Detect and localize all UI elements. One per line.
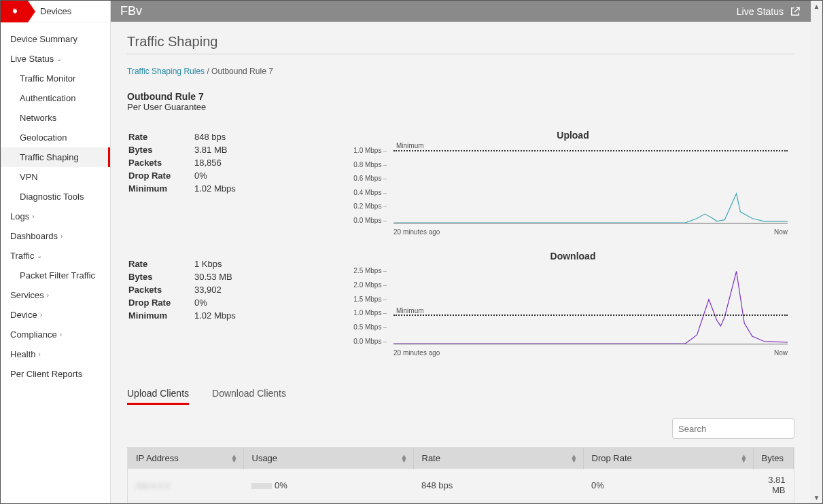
nav-dashboards[interactable]: Dashboards› [1, 226, 110, 246]
nav-traffic-monitor[interactable]: Traffic Monitor [1, 69, 110, 88]
chevron-right-icon: › [32, 213, 34, 220]
rule-header: Outbound Rule 7 Per User Guarantee [127, 91, 794, 112]
col-usage[interactable]: Usage▲▼ [243, 448, 413, 469]
nav-packet-filter-traffic[interactable]: Packet Filter Traffic [1, 266, 110, 285]
chevron-down-icon: ⌄ [37, 252, 42, 259]
nav-traffic[interactable]: Traffic⌄ [1, 246, 110, 266]
client-tabs: Upload Clients Download Clients [127, 388, 794, 405]
external-link-icon [789, 5, 801, 18]
page-v-scrollbar[interactable]: ▲ ▼ [811, 1, 822, 503]
topbar: FBv Live Status [111, 1, 811, 22]
nav-per-client-reports[interactable]: Per Client Reports [1, 364, 110, 384]
charts: Upload 0.0 Mbps0.2 Mbps0.4 Mbps0.6 Mbps0… [351, 130, 794, 372]
chevron-right-icon: › [39, 350, 41, 358]
nav-device[interactable]: Device› [1, 305, 110, 325]
download-chart: 0.0 Mbps0.5 Mbps1.0 Mbps1.5 Mbps2.0 Mbps… [351, 264, 794, 359]
nav-logs[interactable]: Logs› [1, 206, 110, 226]
nav: Device Summary Live Status⌄ Traffic Moni… [1, 22, 110, 384]
nav-health[interactable]: Health› [1, 344, 110, 364]
sort-icon[interactable]: ▲▼ [401, 454, 408, 463]
topbar-title: FBv [120, 4, 737, 18]
live-status-link[interactable]: Live Status [737, 5, 801, 18]
col-bytes[interactable]: Bytes [753, 448, 794, 469]
sidebar-header: Devices [1, 1, 110, 22]
upload-chart: 0.0 Mbps0.2 Mbps0.4 Mbps0.6 Mbps0.8 Mbps… [351, 143, 794, 238]
chevron-right-icon: › [60, 232, 63, 240]
chevron-right-icon: › [60, 331, 62, 338]
sort-icon[interactable]: ▲▼ [741, 454, 748, 463]
breadcrumb: Traffic Shaping Rules / Outbound Rule 7 [127, 67, 794, 76]
nav-device-summary[interactable]: Device Summary [1, 29, 110, 49]
sidebar-title: Devices [40, 6, 71, 16]
nav-vpn[interactable]: VPN [1, 167, 110, 187]
nav-geolocation[interactable]: Geolocation [1, 128, 110, 147]
chevron-down-icon: ⌄ [56, 55, 62, 62]
page-title: Traffic Shaping [127, 34, 794, 54]
download-stats: Rate1 Kbps Bytes30.53 MB Packets33,902 D… [127, 257, 331, 323]
nav-live-status[interactable]: Live Status⌄ [1, 49, 110, 69]
content: Traffic Shaping Traffic Shaping Rules / … [111, 22, 811, 503]
search-input[interactable] [678, 424, 792, 434]
nav-compliance[interactable]: Compliance› [1, 325, 110, 344]
rule-type: Per User Guarantee [127, 102, 206, 112]
col-drop-rate[interactable]: Drop Rate▲▼ [583, 448, 753, 469]
rule-name: Outbound Rule 7 [127, 91, 204, 102]
search-box[interactable] [672, 418, 794, 439]
nav-authentication[interactable]: Authentication [1, 88, 110, 108]
brand-flame-icon[interactable] [1, 1, 28, 22]
nav-diagnostic-tools[interactable]: Diagnostic Tools [1, 187, 110, 206]
main: FBv Live Status Traffic Shaping Traffic … [111, 1, 811, 503]
clients-table: IP Address▲▼ Usage▲▼ Rate▲▼ Drop Rate▲▼ … [127, 447, 794, 503]
tab-upload-clients[interactable]: Upload Clients [127, 388, 189, 405]
nav-networks[interactable]: Networks [1, 108, 110, 128]
sort-icon[interactable]: ▲▼ [231, 454, 238, 463]
upload-stats: Rate848 bps Bytes3.81 MB Packets18,856 D… [127, 130, 331, 196]
scroll-down-icon[interactable]: ▼ [811, 492, 822, 503]
breadcrumb-current: Outbound Rule 7 [211, 67, 273, 76]
chevron-right-icon: › [47, 291, 49, 299]
usage-bar [251, 483, 272, 489]
breadcrumb-link[interactable]: Traffic Shaping Rules [127, 67, 205, 76]
tab-download-clients[interactable]: Download Clients [212, 388, 286, 405]
scroll-up-icon[interactable]: ▲ [811, 1, 822, 12]
col-ip[interactable]: IP Address▲▼ [128, 448, 243, 469]
download-chart-title: Download [351, 251, 794, 262]
sort-icon[interactable]: ▲▼ [571, 454, 578, 463]
chevron-right-icon: › [40, 311, 42, 319]
table-h-scrollbar[interactable]: ◄ ► [128, 501, 794, 503]
sidebar: Devices Device Summary Live Status⌄ Traf… [1, 1, 111, 503]
table-row[interactable]: xxx.x.x.x 0% 848 bps 0% 3.81 MB [128, 469, 794, 501]
nav-traffic-shaping[interactable]: Traffic Shaping [1, 147, 110, 167]
upload-chart-title: Upload [351, 130, 794, 141]
col-rate[interactable]: Rate▲▼ [413, 448, 583, 469]
nav-services[interactable]: Services› [1, 285, 110, 305]
